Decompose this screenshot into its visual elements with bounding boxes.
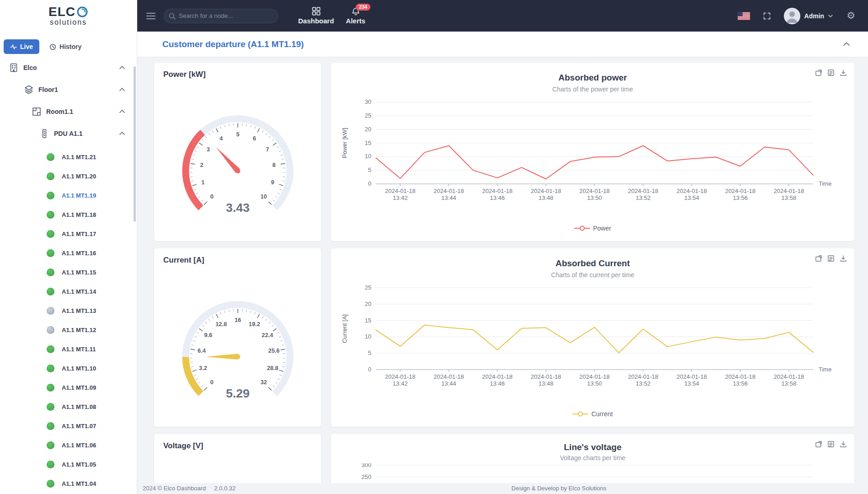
chart-subtitle: Charts of the current per time bbox=[340, 270, 845, 279]
chevron-up-icon[interactable] bbox=[119, 66, 125, 70]
sidebar-node-item[interactable]: A1.1 MT1.10 bbox=[0, 359, 137, 378]
caret-down-icon bbox=[828, 15, 833, 17]
svg-text:22.4: 22.4 bbox=[262, 332, 273, 338]
svg-text:6: 6 bbox=[252, 135, 256, 142]
chart-legend[interactable]: Power bbox=[340, 225, 845, 232]
sidebar-node-item[interactable]: A1.1 MT1.20 bbox=[0, 166, 137, 186]
download-image-icon[interactable] bbox=[840, 255, 847, 262]
svg-text:5: 5 bbox=[368, 349, 371, 356]
collapse-section-icon[interactable] bbox=[843, 42, 850, 46]
sidebar-node-item[interactable]: A1.1 MT1.06 bbox=[0, 435, 137, 455]
svg-text:2024-01-18: 2024-01-18 bbox=[676, 188, 707, 194]
nav-item-dashboard[interactable]: Dashboard bbox=[298, 7, 334, 25]
user-menu[interactable]: Admin bbox=[784, 8, 833, 24]
sidebar-node-item[interactable]: A1.1 MT1.13 bbox=[0, 301, 137, 320]
svg-text:9.6: 9.6 bbox=[204, 332, 212, 338]
section-header: Customer departure (A1.1 MT1.19) bbox=[137, 32, 868, 57]
gauge-card-title: Power [kW] bbox=[154, 63, 321, 79]
legend-marker-icon bbox=[573, 411, 588, 417]
svg-text:2024-01-18: 2024-01-18 bbox=[628, 373, 659, 380]
sidebar-scrollbar[interactable] bbox=[134, 66, 136, 222]
sidebar-node-item[interactable]: A1.1 MT1.18 bbox=[0, 205, 137, 224]
sidebar-node-item[interactable]: A1.1 MT1.07 bbox=[0, 416, 137, 435]
sidebar-node-item[interactable]: A1.1 MT1.21 bbox=[0, 147, 137, 166]
chart-subtitle: Charts of the power per time bbox=[340, 85, 845, 94]
chart-legend[interactable]: Current bbox=[340, 410, 845, 418]
svg-text:0: 0 bbox=[210, 379, 213, 386]
tree-item-pdu[interactable]: PDU A1.1 bbox=[0, 123, 137, 145]
absorbed-power-card: Absorbed power Charts of the power per t… bbox=[331, 63, 854, 241]
sidebar-node-item[interactable]: A1.1 MT1.14 bbox=[0, 282, 137, 301]
dashboard-grid-icon bbox=[312, 7, 321, 16]
fullscreen-icon bbox=[763, 12, 771, 20]
svg-text:2024-01-18: 2024-01-18 bbox=[482, 188, 513, 194]
svg-text:3: 3 bbox=[206, 146, 209, 153]
sidebar-node-item[interactable]: A1.1 MT1.12 bbox=[0, 320, 137, 339]
language-flag-us-icon[interactable] bbox=[738, 12, 750, 20]
sidebar-node-item[interactable]: A1.1 MT1.15 bbox=[0, 263, 137, 282]
svg-text:13:56: 13:56 bbox=[733, 380, 748, 387]
node-status-icon bbox=[47, 441, 54, 449]
chevron-up-icon[interactable] bbox=[119, 88, 125, 91]
sidebar-node-item[interactable]: A1.1 MT1.05 bbox=[0, 455, 137, 474]
chevron-up-icon[interactable] bbox=[119, 110, 125, 113]
sidebar-node-item[interactable]: A1.1 MT1.19 bbox=[0, 186, 137, 205]
fullscreen-button[interactable] bbox=[763, 12, 771, 20]
svg-text:5: 5 bbox=[236, 131, 239, 138]
mode-tabs: Live History bbox=[4, 38, 137, 55]
svg-text:13:54: 13:54 bbox=[684, 380, 699, 387]
location-tree: Elco Floor1 Room1.1 bbox=[0, 57, 137, 145]
svg-text:2024-01-18: 2024-01-18 bbox=[482, 373, 513, 380]
settings-gear-icon[interactable]: ⚙︎ bbox=[847, 11, 855, 21]
live-button[interactable]: Live bbox=[4, 39, 39, 54]
power-gauge-card: Power [kW] 0123456789103.43 bbox=[154, 63, 321, 241]
svg-text:2024-01-18: 2024-01-18 bbox=[531, 373, 562, 380]
sidebar: ELC solutions Live History Elco bbox=[0, 0, 137, 494]
search-input[interactable] bbox=[164, 9, 278, 23]
zoom-reset-icon[interactable] bbox=[815, 440, 822, 448]
tree-item-room[interactable]: Room1.1 bbox=[0, 101, 137, 123]
svg-text:13:52: 13:52 bbox=[636, 194, 651, 201]
voltage-gauge-card: Voltage [V] bbox=[154, 434, 321, 483]
download-image-icon[interactable] bbox=[840, 69, 847, 76]
tree-item-site[interactable]: Elco bbox=[0, 57, 137, 79]
hamburger-icon bbox=[146, 12, 155, 20]
sidebar-node-item[interactable]: A1.1 MT1.04 bbox=[0, 474, 137, 493]
sidebar-node-item[interactable]: A1.1 MT1.16 bbox=[0, 243, 137, 263]
svg-text:13:48: 13:48 bbox=[539, 380, 554, 387]
data-view-icon[interactable] bbox=[827, 69, 835, 76]
sidebar-node-item[interactable]: A1.1 MT1.08 bbox=[0, 397, 137, 416]
tree-item-floor[interactable]: Floor1 bbox=[0, 79, 137, 101]
svg-text:15: 15 bbox=[365, 317, 371, 324]
svg-text:25: 25 bbox=[365, 112, 371, 119]
node-status-icon bbox=[47, 192, 54, 199]
sidebar-node-item[interactable]: A1.1 MT1.17 bbox=[0, 224, 137, 243]
chart-toolbox bbox=[815, 255, 847, 262]
zoom-reset-icon[interactable] bbox=[815, 69, 822, 76]
nav-item-alerts[interactable]: 234 Alerts bbox=[346, 7, 365, 25]
data-view-icon[interactable] bbox=[827, 440, 835, 448]
svg-text:Current [A]: Current [A] bbox=[341, 314, 348, 343]
history-button[interactable]: History bbox=[49, 43, 81, 50]
svg-text:9: 9 bbox=[271, 179, 274, 186]
footer-copyright: 2024 © Elco Dashboard bbox=[143, 483, 206, 494]
sidebar-node-item[interactable]: A1.1 MT1.11 bbox=[0, 339, 137, 359]
chart-subtitle: Voltage charts per time bbox=[340, 453, 845, 462]
brand-subtext: solutions bbox=[0, 18, 137, 27]
svg-text:20: 20 bbox=[365, 126, 371, 133]
voltage-line-chart: 300250 bbox=[340, 463, 845, 483]
svg-text:2024-01-18: 2024-01-18 bbox=[774, 373, 804, 380]
brand-logo[interactable]: ELC solutions bbox=[0, 0, 137, 33]
logo-o-icon bbox=[76, 6, 88, 18]
svg-text:2024-01-18: 2024-01-18 bbox=[725, 373, 755, 380]
sidebar-node-item[interactable]: A1.1 MT1.09 bbox=[0, 378, 137, 397]
chevron-up-icon[interactable] bbox=[119, 132, 125, 135]
svg-text:28.8: 28.8 bbox=[267, 365, 278, 371]
svg-text:12.8: 12.8 bbox=[215, 321, 227, 328]
download-image-icon[interactable] bbox=[840, 440, 847, 448]
zoom-reset-icon[interactable] bbox=[815, 255, 822, 262]
svg-text:300: 300 bbox=[361, 463, 371, 468]
menu-toggle-button[interactable] bbox=[144, 10, 158, 22]
svg-text:2024-01-18: 2024-01-18 bbox=[434, 188, 464, 194]
data-view-icon[interactable] bbox=[827, 255, 835, 262]
